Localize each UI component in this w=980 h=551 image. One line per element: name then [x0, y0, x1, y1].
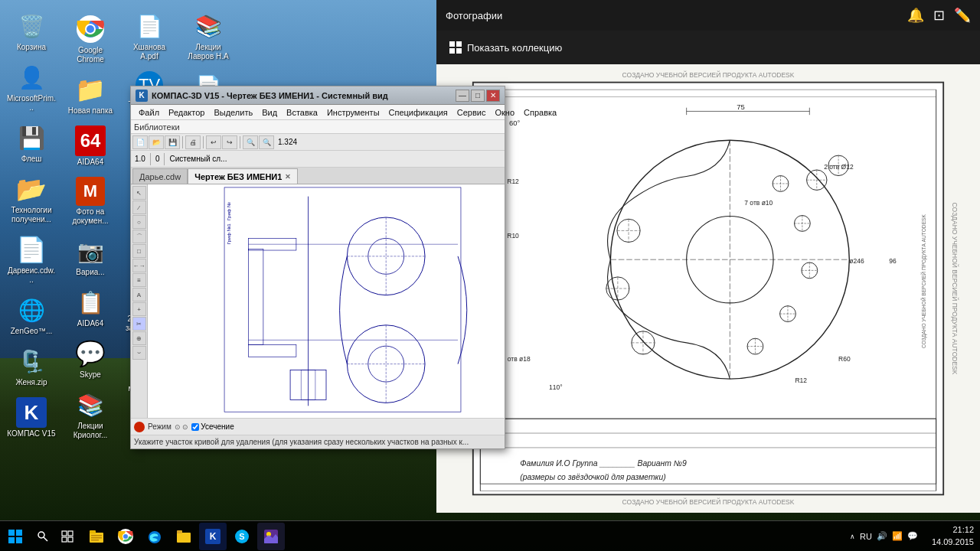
notification-icon[interactable]: 🔔: [907, 7, 924, 24]
show-collection-button[interactable]: Показать коллекцию: [449, 41, 562, 54]
microsoftprim-icon: 👤: [16, 62, 47, 93]
kompas-tb-icon: K: [205, 529, 220, 544]
desktop-icon-microsoftprim[interactable]: 👤 MicrosoftPrim...: [4, 59, 59, 116]
desktop-icon-korzina[interactable]: 🗑️ Корзина: [4, 8, 59, 55]
desktop-icon-tekhnologii[interactable]: 📂 Технологии получени...: [4, 171, 59, 227]
varia-label: AIDA64: [77, 319, 103, 328]
svg-text:60°: 60°: [509, 119, 520, 127]
kompas-icon: K: [16, 397, 47, 428]
taskbar-app-kompas[interactable]: K: [199, 523, 227, 550]
desktop-icon-fotodokum[interactable]: 📷 Вариа...: [63, 233, 118, 280]
ptcmathcad-icon: M: [76, 177, 105, 206]
desktop-icon-zengeo[interactable]: 🌐 ZenGeo™...: [4, 292, 59, 339]
menu-service[interactable]: Сервис: [452, 105, 491, 120]
desktop-icon-google-chrome[interactable]: Google Chrome: [63, 11, 118, 67]
tb-zoom-out[interactable]: 🔍: [259, 135, 274, 149]
tb-save[interactable]: 💾: [165, 135, 180, 149]
vtb-dim[interactable]: ←→: [132, 259, 146, 272]
svg-text:R60: R60: [838, 355, 851, 363]
svg-rect-98: [68, 531, 73, 536]
menu-file[interactable]: Файл: [134, 105, 164, 120]
vtb-line[interactable]: ⁄: [132, 201, 146, 214]
desktop-icon-aida[interactable]: 64 AIDA64: [63, 122, 118, 170]
desktop-icon-khshanova[interactable]: 📄 Хшанова A.pdf: [122, 8, 177, 64]
taskbar-app-edge[interactable]: [141, 523, 168, 550]
svg-rect-111: [177, 530, 182, 533]
svg-rect-105: [91, 540, 99, 541]
tb2-sep1: [150, 153, 151, 165]
taskbar-app-filemanager[interactable]: [170, 523, 198, 550]
edit-icon[interactable]: ✏️: [954, 7, 971, 24]
task-view-button[interactable]: [55, 524, 80, 549]
vtb-hatch[interactable]: ≡: [132, 273, 146, 287]
tb-new[interactable]: 📄: [132, 135, 148, 149]
vtb-snap[interactable]: +: [132, 302, 146, 316]
menu-help[interactable]: Справка: [519, 105, 561, 120]
menu-window[interactable]: Окно: [490, 105, 519, 120]
menu-tools[interactable]: Инструменты: [322, 105, 384, 120]
menu-select[interactable]: Выделить: [209, 105, 257, 120]
menu-spec[interactable]: Спецификация: [384, 105, 452, 120]
maximize-button[interactable]: □: [471, 90, 485, 102]
zengeo-label: ZenGeo™...: [11, 327, 52, 336]
flesh-icon: 💾: [16, 122, 47, 153]
start-button[interactable]: [0, 521, 31, 552]
kompas-drawing-canvas[interactable]: Гриф № Гриф №1: [148, 184, 505, 418]
taskbar-app-chrome[interactable]: [112, 523, 139, 550]
tab-bezimeni[interactable]: Чертеж БЕЗ ИМЕНИ1 ✕: [188, 168, 298, 184]
tb-zoom-in[interactable]: 🔍: [243, 135, 258, 149]
svg-rect-24: [456, 41, 462, 47]
tray-expand[interactable]: ∧: [850, 533, 855, 540]
menu-view[interactable]: Вид: [257, 105, 282, 120]
tab-close-icon[interactable]: ✕: [285, 173, 291, 181]
vtb-circle[interactable]: ○: [132, 215, 146, 229]
tb-undo[interactable]: ↩: [206, 135, 221, 149]
desktop-icon-ptcmathcad[interactable]: M Фото на докумен...: [63, 174, 118, 229]
photos-subheader: Показать коллекцию: [436, 31, 980, 64]
desktop-icon-skype[interactable]: 💬 Skype: [63, 335, 118, 383]
notification-center[interactable]: 💬: [907, 531, 918, 541]
vtb-text[interactable]: A: [132, 288, 146, 302]
vtb-extend[interactable]: ⊕: [132, 331, 146, 345]
menu-insert[interactable]: Вставка: [282, 105, 322, 120]
photos-content: СОЗДАНО УЧЕБНОЙ ВЕРСИЕЙ ПРОДУКТА AUTODES…: [436, 64, 980, 513]
photos-header-icons: 🔔 ⊡ ✏️: [907, 7, 971, 24]
desktop-icon-darveiscdw[interactable]: 📄 Дарвеис.cdw...: [4, 231, 59, 288]
tb-redo[interactable]: ↪: [222, 135, 237, 149]
search-button[interactable]: [31, 524, 55, 549]
trim-checkbox[interactable]: Усечение: [191, 422, 234, 431]
desktop-icon-novayapapka[interactable]: 📁 Новая папка: [63, 71, 118, 119]
volume-icon[interactable]: 🔊: [877, 531, 887, 541]
trim-check[interactable]: [191, 423, 199, 431]
tab-darye[interactable]: Дарье.cdw: [132, 168, 188, 184]
desktop-icon-lekcii2[interactable]: 📚 Лекции Лавров Н.А: [181, 8, 236, 64]
taskbar-time: 21:12: [932, 524, 974, 536]
kompas-prompt-bar: Укажите участок кривой для удаления (для…: [131, 435, 505, 448]
minimize-button[interactable]: —: [456, 90, 469, 102]
tb-open[interactable]: 📂: [149, 135, 164, 149]
vtb-select[interactable]: ↖: [132, 186, 146, 200]
taskbar-system-tray: ∧ RU 🔊 📶 💬: [842, 531, 926, 541]
vtb-trim[interactable]: ✂: [132, 317, 146, 331]
kompas-window[interactable]: K КОМПАС-3D V15 - Чертеж БЕЗ ИМЕНИ1 - Си…: [130, 86, 505, 449]
fullscreen-icon[interactable]: ⊡: [933, 7, 945, 24]
taskbar-app-explorer[interactable]: [83, 523, 110, 550]
desktop-icon-kompas[interactable]: K КОМПАС V15: [4, 394, 59, 442]
vtb-arc[interactable]: ⌒: [132, 230, 146, 243]
desktop-icon-zhenizip[interactable]: 🗜️ Женя.zip: [4, 343, 59, 390]
vtb-fillet[interactable]: ⌣: [132, 346, 146, 360]
tb-sep1: [182, 136, 183, 148]
taskbar-app-photos[interactable]: [257, 523, 285, 550]
desktop-icon-lekcii[interactable]: 📚 Лекции Криолог...: [63, 386, 118, 443]
desktop-icon-varia[interactable]: 📋 AIDA64: [63, 284, 118, 331]
photos-window[interactable]: Фотографии 🔔 ⊡ ✏️ Показать коллекцию: [436, 0, 980, 513]
desktop-icon-flesh[interactable]: 💾 Флеш: [4, 119, 59, 167]
menu-editor[interactable]: Редактор: [164, 105, 209, 120]
close-button[interactable]: ✕: [486, 90, 500, 102]
svg-rect-99: [62, 537, 67, 542]
taskbar-clock[interactable]: 21:12 14.09.2015: [926, 524, 980, 548]
tb-print[interactable]: 🖨: [185, 135, 201, 149]
taskbar-app-skype[interactable]: S: [228, 523, 256, 550]
network-icon[interactable]: 📶: [892, 531, 903, 541]
vtb-rect[interactable]: □: [132, 244, 146, 258]
